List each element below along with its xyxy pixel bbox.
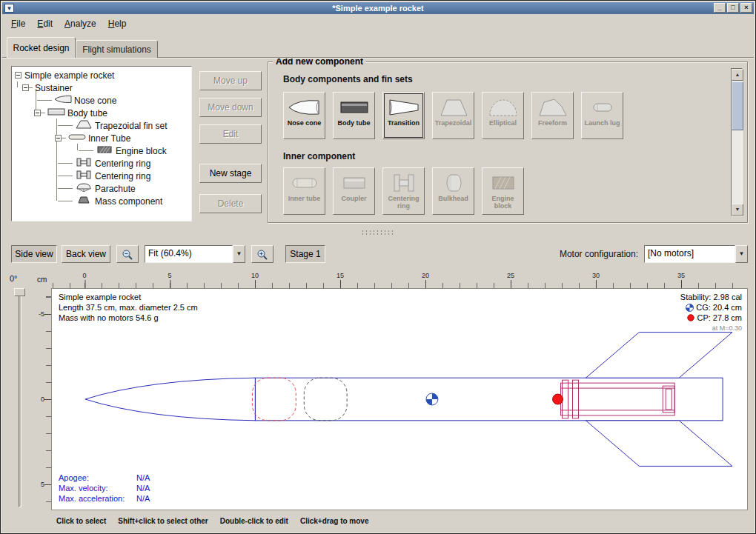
rocket-mass: Mass with no motors 54.6 g <box>59 313 198 323</box>
zoom-in-button[interactable] <box>251 245 273 263</box>
rocket-length: Length 37.5 cm, max. diameter 2.5 cm <box>59 302 198 313</box>
nose-cone-icon <box>288 96 322 119</box>
body-tube-icon <box>47 107 65 119</box>
cg-value: CG: 20.4 cm <box>696 302 742 313</box>
collapse-icon[interactable] <box>15 72 21 79</box>
close-button[interactable]: × <box>740 3 752 13</box>
chevron-down-icon[interactable]: ▼ <box>233 245 245 263</box>
menu-bar: File Edit Analyze Help <box>2 14 754 33</box>
add-centering-ring-button[interactable]: Centering ring <box>382 167 425 215</box>
collapse-icon[interactable] <box>34 110 41 116</box>
zoom-in-icon <box>256 249 268 261</box>
mach-note: at M=0.30 <box>680 323 742 333</box>
delete-button[interactable]: Delete <box>199 194 262 213</box>
tree-item-centering-ring-2[interactable]: Centering ring <box>13 170 190 182</box>
engine-block-icon <box>486 171 520 195</box>
apogee-value: N/A <box>136 473 150 483</box>
add-transition-button[interactable]: Transition <box>382 92 425 139</box>
scroll-up-icon[interactable]: ▲ <box>732 69 743 81</box>
mass-component-icon <box>75 196 93 207</box>
tree-item-sustainer[interactable]: Sustainer <box>13 81 190 94</box>
menu-analyze[interactable]: Analyze <box>59 16 102 31</box>
collapse-icon[interactable] <box>22 84 29 91</box>
back-view-button[interactable]: Back view <box>62 245 110 263</box>
rotation-slider-thumb[interactable] <box>14 288 25 296</box>
tree-item-mass-component[interactable]: Mass component <box>13 195 190 207</box>
ruler-ticks <box>51 283 748 288</box>
centering-ring-icon <box>387 171 421 195</box>
add-body-tube-button[interactable]: Body tube <box>333 92 375 139</box>
stability-info: Stability: 2.98 cal CG: 20.4 cm CP: 27.8… <box>680 292 742 333</box>
motor-configuration-label: Motor configuration: <box>560 249 638 259</box>
max-acceleration-value: N/A <box>136 493 150 504</box>
window-menu-icon[interactable]: ▼ <box>4 4 14 13</box>
tree-item-rocket[interactable]: Simple example rocket <box>13 69 190 81</box>
collapse-icon[interactable] <box>55 135 62 141</box>
cp-value: CP: 27.8 cm <box>697 313 742 323</box>
rotation-slider-track[interactable] <box>19 290 21 507</box>
tab-flight-simulations[interactable]: Flight simulations <box>76 40 158 58</box>
parachute-icon <box>75 183 93 194</box>
tree-item-centering-ring-1[interactable]: Centering ring <box>13 157 190 170</box>
rocket-name: Simple example rocket <box>59 292 198 302</box>
add-freeform-fin-button[interactable]: Freeform <box>531 92 574 139</box>
add-nose-cone-button[interactable]: Nose cone <box>283 92 325 139</box>
cg-icon <box>686 304 694 312</box>
max-velocity-value: N/A <box>136 483 150 493</box>
top-fin[interactable] <box>586 333 732 378</box>
zoom-out-button[interactable] <box>116 245 139 263</box>
rotation-value: 0° <box>10 274 18 283</box>
tree-item-engine-block[interactable]: Engine block <box>13 144 190 157</box>
chevron-down-icon[interactable]: ▼ <box>735 245 748 263</box>
minimize-button[interactable]: _ <box>714 3 726 13</box>
add-bulkhead-button[interactable]: Bulkhead <box>432 167 474 215</box>
trapezoidal-fin-icon <box>437 96 471 119</box>
stage-1-toggle[interactable]: Stage 1 <box>285 245 325 263</box>
splitter-handle[interactable] <box>361 230 395 236</box>
bottom-fin[interactable] <box>586 421 732 467</box>
fin-set-icon <box>75 120 93 131</box>
new-stage-button[interactable]: New stage <box>199 164 262 183</box>
tab-rocket-design[interactable]: Rocket design <box>7 37 76 58</box>
ruler-unit-label: cm <box>37 276 47 284</box>
launch-lug-icon <box>586 96 620 119</box>
menu-file[interactable]: File <box>5 16 31 31</box>
tree-item-trapezoidal-fin-set[interactable]: Trapezoidal fin set <box>13 119 190 132</box>
maximize-button[interactable]: □ <box>727 3 739 13</box>
tree-item-body-tube[interactable]: Body tube <box>13 107 190 119</box>
rocket-canvas[interactable]: Simple example rocket Length 37.5 cm, ma… <box>51 288 748 510</box>
menu-edit[interactable]: Edit <box>31 16 59 31</box>
component-tree[interactable]: Simple example rocket Sustainer Nose con… <box>11 66 192 221</box>
body-section-label: Body components and fin sets <box>283 74 413 84</box>
scroll-down-icon[interactable]: ▼ <box>732 204 743 216</box>
side-view-button[interactable]: Side view <box>11 245 57 263</box>
add-elliptical-fin-button[interactable]: Elliptical <box>482 92 524 139</box>
tree-item-parachute[interactable]: Parachute <box>13 182 190 195</box>
coupler-icon <box>337 171 371 195</box>
edit-button[interactable]: Edit <box>199 124 262 144</box>
tree-item-nose-cone[interactable]: Nose cone <box>13 94 190 107</box>
bulkhead-icon <box>437 171 471 195</box>
add-engine-block-button[interactable]: Engine block <box>482 167 524 215</box>
body-tube-icon <box>337 96 371 119</box>
tree-item-inner-tube[interactable]: Inner Tube <box>13 132 190 144</box>
flight-data: Apogee:N/A Max. velocity:N/A Max. accele… <box>59 473 150 504</box>
menu-help[interactable]: Help <box>102 16 133 31</box>
horizontal-ruler: 0 5 10 15 20 25 30 35 <box>51 271 748 288</box>
add-trapezoidal-fin-button[interactable]: Trapezoidal <box>432 92 474 139</box>
motor-configuration-select[interactable]: [No motors] ▼ <box>644 245 748 263</box>
add-coupler-button[interactable]: Coupler <box>333 167 375 215</box>
stability-value: Stability: 2.98 cal <box>680 292 742 302</box>
zoom-out-icon <box>122 249 133 261</box>
title-bar: ▼ *Simple example rocket _ □ × <box>2 2 754 14</box>
component-scrollbar[interactable]: ▲ ▼ <box>731 68 743 216</box>
vertical-ruler: -5 0 5 <box>35 288 51 510</box>
zoom-level-select[interactable]: Fit (60.4%) ▼ <box>145 245 245 263</box>
transition-icon <box>387 96 421 119</box>
move-down-button[interactable]: Move down <box>199 98 262 117</box>
move-up-button[interactable]: Move up <box>199 71 262 90</box>
window-title: *Simple example rocket <box>2 4 754 13</box>
add-inner-tube-button[interactable]: Inner tube <box>283 167 325 215</box>
add-launch-lug-button[interactable]: Launch lug <box>581 92 623 139</box>
scrollbar-thumb[interactable] <box>732 81 743 130</box>
